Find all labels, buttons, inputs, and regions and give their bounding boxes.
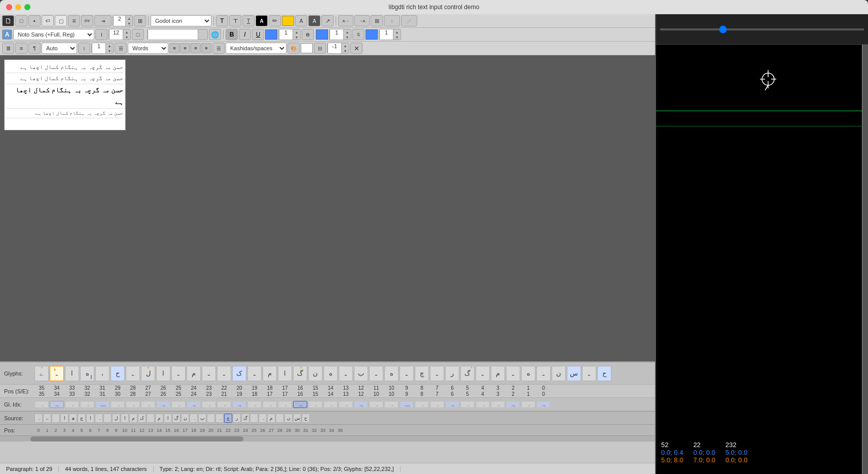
blue-swatch3[interactable]	[366, 29, 378, 40]
glyph-11[interactable]: ـ	[202, 366, 216, 381]
preview-slider[interactable]	[660, 28, 864, 30]
font-size-spinner[interactable]: 12 ▲ ▼	[108, 29, 131, 40]
reset-btn[interactable]: ✕	[350, 43, 363, 54]
glyph-1[interactable]: ـ▲	[50, 366, 64, 381]
icon-select[interactable]: Godot icon	[151, 15, 211, 26]
color-spinner3[interactable]: 1 ▲ ▼	[379, 29, 401, 40]
blue-color-swatch2[interactable]	[316, 29, 328, 40]
glyph-4[interactable]: ،	[95, 366, 110, 381]
tag-button[interactable]: 🏷	[42, 15, 54, 26]
spinner-up-1[interactable]: ▲	[126, 16, 132, 21]
globe-btn[interactable]: 🌐	[209, 29, 221, 40]
close-button[interactable]	[6, 4, 12, 10]
open-button[interactable]: □	[15, 15, 27, 26]
hscrollbar-thumb[interactable]	[30, 436, 243, 442]
glyph-36[interactable]: ـ	[582, 366, 596, 381]
glyph-10[interactable]: م	[187, 366, 201, 381]
auto-select[interactable]: Auto	[42, 43, 77, 54]
indent-button[interactable]: ⇥	[94, 15, 112, 26]
font-s-btn[interactable]: S	[352, 29, 365, 40]
font-size-up[interactable]: ▲	[123, 29, 130, 35]
grid-btn[interactable]: ⊞	[371, 15, 383, 26]
rich-text-editor[interactable]: حسن مہ گرچہ بہ ہنگام کمال اچھا ہے حسن مہ…	[4, 59, 126, 130]
glyph-25[interactable]: چ	[415, 366, 429, 381]
kashidas-select[interactable]: Kashidas/spaces	[226, 43, 286, 54]
glyph-5[interactable]: ح	[111, 366, 125, 381]
vertical-scrollbar[interactable]	[862, 45, 868, 474]
copy-a-btn[interactable]: A→	[338, 15, 353, 26]
blank-spinner[interactable]	[147, 29, 208, 40]
blue-color-swatch[interactable]	[265, 29, 277, 40]
align-left-btn[interactable]: ≡	[169, 43, 179, 53]
glyph-13[interactable]: ک	[232, 366, 246, 381]
yellow-swatch[interactable]	[282, 16, 294, 26]
symbol-btn[interactable]: □	[132, 29, 144, 40]
glyph-31[interactable]: ـ	[506, 366, 520, 381]
align-justify-btn[interactable]: ≡	[201, 43, 211, 53]
pencil-btn[interactable]: ✏	[269, 15, 281, 26]
split-btn[interactable]: ⋮	[384, 15, 400, 26]
glyph-26[interactable]: ـ	[430, 366, 444, 381]
font-a-btn[interactable]: A	[2, 29, 12, 40]
glyph-30[interactable]: م	[491, 366, 505, 381]
glyph-18[interactable]: ن	[308, 366, 322, 381]
table-button[interactable]: ⊞	[134, 15, 146, 26]
glyph-23[interactable]: ه	[384, 366, 399, 381]
merge-btn[interactable]: ⋰	[401, 15, 417, 26]
glyph-7[interactable]: ل	[141, 366, 155, 381]
text-btn1[interactable]: T	[216, 15, 228, 26]
minimize-button[interactable]	[15, 4, 21, 10]
spacing-spinner[interactable]: 1 ▲ ▼	[91, 43, 114, 54]
glyph-3[interactable]: ه	[80, 366, 94, 381]
glyph-6[interactable]: ـ	[126, 366, 140, 381]
paste-a-btn[interactable]: →A	[354, 15, 370, 26]
font-select[interactable]: Noto Sans (+Full, Reg)	[13, 29, 94, 40]
number-spinner[interactable]: 2 ▲ ▼	[113, 15, 133, 26]
glyph-32[interactable]: ه	[521, 366, 535, 381]
italic-btn[interactable]: I	[239, 29, 251, 40]
font-size-down[interactable]: ▼	[123, 35, 130, 40]
glyph-8[interactable]: ا	[156, 366, 170, 381]
minus1-spinner[interactable]: -1 ▲ ▼	[327, 43, 349, 54]
save-button[interactable]: ▪	[28, 15, 41, 26]
glyph-15[interactable]: م	[263, 366, 277, 381]
underline-btn[interactable]: U	[252, 29, 264, 40]
paint-btn[interactable]: 🎨	[287, 43, 300, 54]
bold-btn[interactable]: B	[226, 29, 238, 40]
glyph-12[interactable]: ـ	[217, 366, 231, 381]
glyph-0[interactable]: ے	[34, 366, 49, 381]
glyph-37[interactable]: ح	[597, 366, 611, 381]
words-select[interactable]: Words	[128, 43, 168, 54]
list-indent-btn[interactable]: ≣	[2, 43, 14, 54]
strikethrough-btn[interactable]: o	[302, 29, 314, 40]
text-a-btn[interactable]: A	[295, 15, 307, 26]
glyph-2[interactable]: ا	[65, 366, 79, 381]
maximize-button[interactable]	[24, 4, 30, 10]
text-dark-btn[interactable]: A	[308, 15, 320, 26]
glyph-17[interactable]: گ	[293, 366, 307, 381]
glyph-20[interactable]: ـ	[339, 366, 353, 381]
glyph-19[interactable]: ه	[323, 366, 338, 381]
spinner-down-1[interactable]: ▼	[126, 21, 132, 26]
glyph-35[interactable]: س	[567, 366, 581, 381]
glyph-22[interactable]: ـ	[369, 366, 383, 381]
glyph-28[interactable]: گ	[460, 366, 475, 381]
new-doc-button[interactable]: 🗋	[2, 15, 14, 26]
para-indent-btn[interactable]: ¶	[28, 43, 41, 54]
glyph-9[interactable]: ـ	[171, 366, 186, 381]
text-btn2[interactable]: ⊤	[229, 15, 241, 26]
ordered-list-button[interactable]: #≡	[81, 15, 93, 26]
glyph-27[interactable]: ر	[445, 366, 459, 381]
horizontal-scrollbar[interactable]	[0, 435, 655, 442]
underline-top-btn[interactable]: T	[242, 15, 255, 26]
align-center-btn[interactable]: ≡	[180, 43, 190, 53]
glyph-33[interactable]: ـ	[536, 366, 551, 381]
glyph-21[interactable]: ب	[354, 366, 368, 381]
glyph-29[interactable]: ـ	[476, 366, 490, 381]
glyph-16[interactable]: ا	[278, 366, 292, 381]
arrow-btn[interactable]: ↗	[321, 15, 334, 26]
frame-button[interactable]: ▢	[55, 15, 67, 26]
glyph-14[interactable]: ـ	[247, 366, 262, 381]
color-spinner1[interactable]: 1 ▲ ▼	[278, 29, 301, 40]
glyph-24[interactable]: ـ	[400, 366, 414, 381]
